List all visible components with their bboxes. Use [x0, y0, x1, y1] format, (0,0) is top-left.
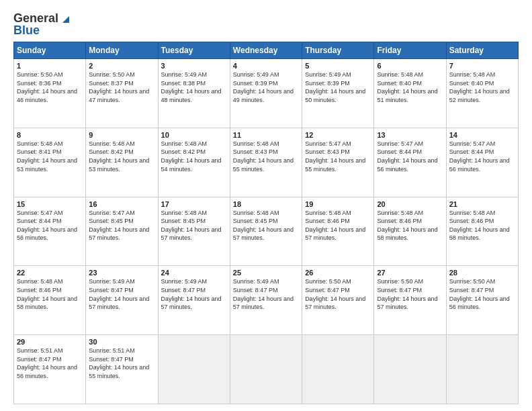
calendar-cell: 2Sunrise: 5:50 AMSunset: 8:37 PMDaylight… — [86, 59, 158, 128]
day-header-tuesday: Tuesday — [158, 42, 230, 59]
calendar-cell: 28Sunrise: 5:50 AMSunset: 8:47 PMDayligh… — [446, 266, 518, 335]
calendar-cell — [374, 335, 446, 404]
day-number: 1 — [17, 62, 83, 70]
day-number: 16 — [89, 200, 154, 208]
calendar-week-2: 15Sunrise: 5:47 AMSunset: 8:44 PMDayligh… — [14, 197, 519, 266]
day-number: 4 — [233, 62, 299, 70]
logo: General Blue — [13, 12, 71, 36]
day-number: 3 — [161, 62, 227, 70]
day-info: Sunrise: 5:47 AMSunset: 8:45 PMDaylight:… — [89, 209, 154, 242]
day-info: Sunrise: 5:50 AMSunset: 8:47 PMDaylight:… — [377, 277, 443, 311]
calendar-cell: 3Sunrise: 5:49 AMSunset: 8:38 PMDaylight… — [158, 59, 230, 128]
day-number: 9 — [89, 131, 154, 139]
day-info: Sunrise: 5:48 AMSunset: 8:46 PMDaylight:… — [17, 277, 83, 311]
day-info: Sunrise: 5:49 AMSunset: 8:38 PMDaylight:… — [161, 71, 227, 104]
calendar-cell: 10Sunrise: 5:48 AMSunset: 8:42 PMDayligh… — [158, 128, 230, 197]
calendar-cell: 6Sunrise: 5:48 AMSunset: 8:40 PMDaylight… — [374, 59, 446, 128]
day-info: Sunrise: 5:48 AMSunset: 8:46 PMDaylight:… — [449, 209, 515, 242]
calendar-cell: 1Sunrise: 5:50 AMSunset: 8:36 PMDaylight… — [14, 59, 86, 128]
day-info: Sunrise: 5:50 AMSunset: 8:36 PMDaylight:… — [17, 71, 83, 104]
calendar-cell: 23Sunrise: 5:49 AMSunset: 8:47 PMDayligh… — [86, 266, 158, 335]
day-info: Sunrise: 5:48 AMSunset: 8:40 PMDaylight:… — [449, 71, 515, 104]
calendar-cell: 18Sunrise: 5:48 AMSunset: 8:45 PMDayligh… — [230, 197, 302, 266]
calendar-week-1: 8Sunrise: 5:48 AMSunset: 8:41 PMDaylight… — [14, 128, 519, 197]
day-info: Sunrise: 5:48 AMSunset: 8:46 PMDaylight:… — [305, 209, 371, 242]
calendar-cell: 8Sunrise: 5:48 AMSunset: 8:41 PMDaylight… — [14, 128, 86, 197]
header: General Blue — [13, 12, 519, 36]
day-info: Sunrise: 5:51 AMSunset: 8:47 PMDaylight:… — [89, 347, 154, 380]
day-number: 12 — [305, 131, 371, 139]
day-number: 2 — [89, 62, 154, 70]
day-number: 28 — [449, 269, 515, 277]
day-number: 19 — [305, 200, 371, 208]
day-number: 20 — [377, 200, 443, 208]
day-info: Sunrise: 5:51 AMSunset: 8:47 PMDaylight:… — [17, 347, 83, 380]
day-info: Sunrise: 5:49 AMSunset: 8:47 PMDaylight:… — [233, 277, 299, 311]
day-info: Sunrise: 5:49 AMSunset: 8:47 PMDaylight:… — [89, 277, 154, 311]
calendar-cell: 30Sunrise: 5:51 AMSunset: 8:47 PMDayligh… — [86, 335, 158, 404]
calendar-cell: 27Sunrise: 5:50 AMSunset: 8:47 PMDayligh… — [374, 266, 446, 335]
day-info: Sunrise: 5:50 AMSunset: 8:47 PMDaylight:… — [305, 277, 371, 311]
calendar-header: SundayMondayTuesdayWednesdayThursdayFrid… — [14, 42, 519, 59]
day-info: Sunrise: 5:48 AMSunset: 8:43 PMDaylight:… — [233, 140, 299, 173]
calendar-cell: 29Sunrise: 5:51 AMSunset: 8:47 PMDayligh… — [14, 335, 86, 404]
day-number: 30 — [89, 338, 154, 346]
calendar-table: SundayMondayTuesdayWednesdayThursdayFrid… — [13, 42, 519, 404]
logo-general-line: General — [13, 12, 71, 24]
calendar-cell — [158, 335, 230, 404]
calendar-cell — [230, 335, 302, 404]
day-info: Sunrise: 5:48 AMSunset: 8:42 PMDaylight:… — [161, 140, 227, 173]
day-info: Sunrise: 5:47 AMSunset: 8:44 PMDaylight:… — [449, 140, 515, 173]
calendar-week-0: 1Sunrise: 5:50 AMSunset: 8:36 PMDaylight… — [14, 59, 519, 128]
day-number: 13 — [377, 131, 443, 139]
day-number: 11 — [233, 131, 299, 139]
day-number: 24 — [161, 269, 227, 277]
day-info: Sunrise: 5:49 AMSunset: 8:39 PMDaylight:… — [233, 71, 299, 104]
day-header-sunday: Sunday — [14, 42, 86, 59]
day-number: 17 — [161, 200, 227, 208]
day-info: Sunrise: 5:47 AMSunset: 8:43 PMDaylight:… — [305, 140, 371, 173]
day-number: 25 — [233, 269, 299, 277]
day-info: Sunrise: 5:48 AMSunset: 8:46 PMDaylight:… — [377, 209, 443, 242]
day-number: 23 — [89, 269, 154, 277]
logo-blue-line: Blue — [13, 24, 40, 36]
logo-triangle-icon — [60, 13, 71, 24]
day-header-saturday: Saturday — [446, 42, 518, 59]
calendar-cell: 15Sunrise: 5:47 AMSunset: 8:44 PMDayligh… — [14, 197, 86, 266]
calendar-cell: 7Sunrise: 5:48 AMSunset: 8:40 PMDaylight… — [446, 59, 518, 128]
calendar-cell: 4Sunrise: 5:49 AMSunset: 8:39 PMDaylight… — [230, 59, 302, 128]
calendar-cell: 26Sunrise: 5:50 AMSunset: 8:47 PMDayligh… — [302, 266, 374, 335]
day-info: Sunrise: 5:47 AMSunset: 8:44 PMDaylight:… — [377, 140, 443, 173]
day-number: 26 — [305, 269, 371, 277]
logo-general-text: General — [13, 12, 58, 24]
calendar-week-4: 29Sunrise: 5:51 AMSunset: 8:47 PMDayligh… — [14, 335, 519, 404]
day-number: 5 — [305, 62, 371, 70]
calendar-cell: 22Sunrise: 5:48 AMSunset: 8:46 PMDayligh… — [14, 266, 86, 335]
calendar-cell: 12Sunrise: 5:47 AMSunset: 8:43 PMDayligh… — [302, 128, 374, 197]
calendar-cell — [446, 335, 518, 404]
day-header-friday: Friday — [374, 42, 446, 59]
day-info: Sunrise: 5:50 AMSunset: 8:37 PMDaylight:… — [89, 71, 154, 104]
day-number: 10 — [161, 131, 227, 139]
calendar-cell: 9Sunrise: 5:48 AMSunset: 8:42 PMDaylight… — [86, 128, 158, 197]
day-info: Sunrise: 5:48 AMSunset: 8:42 PMDaylight:… — [89, 140, 154, 173]
day-number: 22 — [17, 269, 83, 277]
day-info: Sunrise: 5:48 AMSunset: 8:41 PMDaylight:… — [17, 140, 83, 173]
day-header-thursday: Thursday — [302, 42, 374, 59]
day-number: 29 — [17, 338, 83, 346]
day-info: Sunrise: 5:48 AMSunset: 8:45 PMDaylight:… — [233, 209, 299, 242]
day-info: Sunrise: 5:48 AMSunset: 8:45 PMDaylight:… — [161, 209, 227, 242]
calendar-cell: 13Sunrise: 5:47 AMSunset: 8:44 PMDayligh… — [374, 128, 446, 197]
page: General Blue SundayMondayTuesdayWednesda… — [0, 0, 532, 411]
calendar-cell: 11Sunrise: 5:48 AMSunset: 8:43 PMDayligh… — [230, 128, 302, 197]
calendar-cell: 16Sunrise: 5:47 AMSunset: 8:45 PMDayligh… — [86, 197, 158, 266]
calendar-body: 1Sunrise: 5:50 AMSunset: 8:36 PMDaylight… — [14, 59, 519, 404]
day-number: 7 — [449, 62, 515, 70]
day-number: 14 — [449, 131, 515, 139]
calendar-cell: 21Sunrise: 5:48 AMSunset: 8:46 PMDayligh… — [446, 197, 518, 266]
calendar-cell: 24Sunrise: 5:49 AMSunset: 8:47 PMDayligh… — [158, 266, 230, 335]
day-number: 21 — [449, 200, 515, 208]
calendar-cell: 5Sunrise: 5:49 AMSunset: 8:39 PMDaylight… — [302, 59, 374, 128]
logo-blue-text: Blue — [13, 24, 40, 36]
calendar-cell: 17Sunrise: 5:48 AMSunset: 8:45 PMDayligh… — [158, 197, 230, 266]
